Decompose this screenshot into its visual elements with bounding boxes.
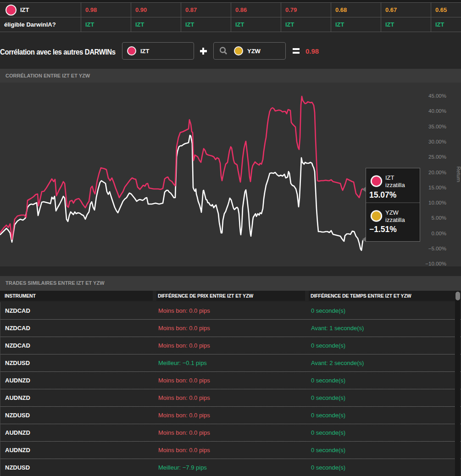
svg-text:YZW: YZW: [385, 209, 399, 216]
svg-text:Return: Return: [456, 166, 461, 183]
svg-text:15.07%: 15.07%: [369, 190, 397, 199]
svg-text:40.00%: 40.00%: [428, 108, 446, 114]
svg-text:35.00%: 35.00%: [428, 124, 446, 129]
svg-text:45.00%: 45.00%: [428, 93, 446, 99]
svg-text:−5.00%: −5.00%: [428, 246, 446, 251]
svg-text:−10.00%: −10.00%: [425, 261, 446, 266]
svg-text:15.00%: 15.00%: [428, 185, 446, 190]
svg-text:0.00%: 0.00%: [431, 231, 446, 236]
svg-text:10.00%: 10.00%: [428, 200, 446, 205]
svg-text:IZT: IZT: [385, 174, 394, 181]
svg-text:5.00%: 5.00%: [431, 215, 446, 221]
svg-text:30.00%: 30.00%: [428, 139, 446, 144]
svg-text:20.00%: 20.00%: [428, 170, 446, 175]
svg-text:izzatilla: izzatilla: [385, 216, 405, 223]
svg-text:izzatilla: izzatilla: [385, 182, 405, 188]
svg-text:−1.51%: −1.51%: [369, 225, 397, 234]
svg-text:25.00%: 25.00%: [428, 154, 446, 160]
